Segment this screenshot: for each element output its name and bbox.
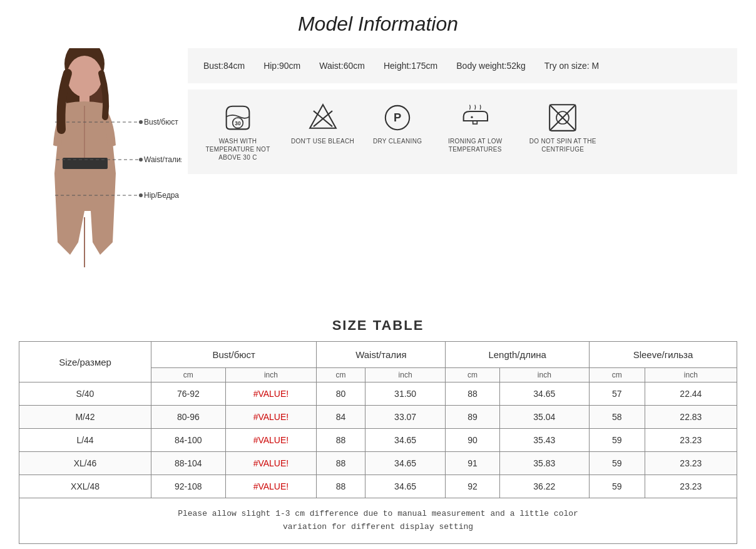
bust-cm-cell: 92-108: [151, 475, 226, 498]
wash-label: WASH WITH TEMPERATURE NOT ABOVE 30 C: [203, 137, 272, 162]
svg-text:Bust/бюст: Bust/бюст: [144, 118, 178, 126]
model-section: Bust/бюст Waist/талия Hip/Бедра Bust:84c…: [19, 48, 737, 299]
care-dry-clean: P DRY CLEANING: [373, 102, 422, 145]
svg-point-8: [139, 120, 143, 124]
length-cm-cell: 92: [446, 475, 499, 498]
stat-weight: Body weight:52kg: [456, 61, 526, 71]
sleeve-cm-cell: 58: [589, 406, 645, 429]
length-cm-cell: 90: [446, 429, 499, 452]
col-size: Size/размер: [19, 342, 151, 382]
stat-size: Try on size: M: [544, 61, 599, 71]
no-spin-label: DO NOT SPIN AT THE CENTRIFUGE: [528, 137, 597, 153]
bust-inch-cell: #VALUE!: [225, 406, 317, 429]
table-row: XL/46 88-104 #VALUE! 88 34.65 91 35.83 5…: [19, 452, 737, 475]
bust-cm-cell: 84-100: [151, 429, 226, 452]
size-table-section: SIZE TABLE Size/размер Bust/бюст Waist/т…: [19, 317, 737, 544]
size-table: Size/размер Bust/бюст Waist/талия Length…: [19, 341, 737, 498]
col-length: Length/длина: [446, 342, 590, 368]
footer-note: Please allow slight 1-3 cm difference du…: [19, 498, 737, 544]
sleeve-cm-header: cm: [589, 368, 645, 382]
sleeve-inch-cell: 23.23: [645, 475, 737, 498]
waist-cm-cell: 84: [317, 406, 365, 429]
length-cm-cell: 89: [446, 406, 499, 429]
svg-text:P: P: [394, 111, 401, 124]
wash-icon: 30: [222, 102, 253, 133]
dry-clean-icon: P: [382, 102, 413, 133]
size-cell: XL/46: [19, 452, 151, 475]
bust-inch-cell: #VALUE!: [225, 429, 317, 452]
length-inch-cell: 36.22: [499, 475, 589, 498]
size-cell: S/40: [19, 382, 151, 406]
model-stats: Bust:84cm Hip:90cm Waist:60cm Height:175…: [188, 48, 737, 83]
no-bleach-label: DON'T USE BLEACH: [291, 137, 354, 145]
length-inch-cell: 34.65: [499, 382, 589, 406]
page-wrapper: Model Information: [0, 0, 756, 549]
length-inch-cell: 35.43: [499, 429, 589, 452]
svg-text:Waist/талия: Waist/талия: [144, 155, 181, 164]
care-no-bleach: DON'T USE BLEACH: [291, 102, 354, 145]
stat-waist: Waist:60cm: [319, 61, 365, 71]
iron-low-icon: [459, 102, 491, 133]
col-waist: Waist/талия: [317, 342, 446, 368]
model-info-right: Bust:84cm Hip:90cm Waist:60cm Height:175…: [188, 48, 737, 299]
sleeve-cm-cell: 59: [589, 429, 645, 452]
care-symbols: 30 WASH WITH TEMPERATURE NOT ABOVE 30 C …: [188, 90, 737, 174]
sleeve-inch-cell: 22.83: [645, 406, 737, 429]
bust-cm-cell: 88-104: [151, 452, 226, 475]
bust-cm-cell: 80-96: [151, 406, 226, 429]
size-table-title: SIZE TABLE: [19, 317, 737, 334]
no-bleach-icon: [307, 102, 339, 133]
length-cm-cell: 88: [446, 382, 499, 406]
svg-point-12: [139, 193, 143, 197]
no-spin-icon: [547, 102, 578, 133]
waist-inch-cell: 34.65: [365, 452, 446, 475]
col-sleeve: Sleeve/гильза: [589, 342, 737, 368]
stat-bust: Bust:84cm: [203, 61, 245, 71]
waist-inch-cell: 34.65: [365, 429, 446, 452]
length-cm-header: cm: [446, 368, 499, 382]
care-no-spin: DO NOT SPIN AT THE CENTRIFUGE: [528, 102, 597, 153]
model-figure: Bust/бюст Waist/талия Hip/Бедра: [19, 48, 181, 305]
length-inch-cell: 35.04: [499, 406, 589, 429]
dry-clean-label: DRY CLEANING: [373, 137, 422, 145]
length-inch-header: inch: [499, 368, 589, 382]
length-cm-cell: 91: [446, 452, 499, 475]
page-title: Model Information: [19, 13, 737, 36]
waist-cm-cell: 88: [317, 475, 365, 498]
length-inch-cell: 35.83: [499, 452, 589, 475]
stat-hip: Hip:90cm: [263, 61, 300, 71]
sleeve-cm-cell: 59: [589, 452, 645, 475]
svg-text:30: 30: [235, 120, 241, 126]
svg-text:Hip/Бедра: Hip/Бедра: [144, 191, 179, 200]
model-image-area: Bust/бюст Waist/талия Hip/Бедра: [19, 48, 175, 299]
sleeve-inch-cell: 23.23: [645, 452, 737, 475]
bust-cm-cell: 76-92: [151, 382, 226, 406]
svg-rect-24: [473, 121, 478, 124]
svg-point-10: [139, 158, 143, 162]
size-cell: M/42: [19, 406, 151, 429]
svg-point-3: [67, 56, 102, 97]
bust-inch-header: inch: [225, 368, 317, 382]
iron-low-label: IRONING AT LOW TEMPERATURES: [441, 137, 509, 153]
waist-cm-cell: 88: [317, 452, 365, 475]
care-wash: 30 WASH WITH TEMPERATURE NOT ABOVE 30 C: [203, 102, 272, 162]
table-row: L/44 84-100 #VALUE! 88 34.65 90 35.43 59…: [19, 429, 737, 452]
waist-cm-cell: 88: [317, 429, 365, 452]
table-row: M/42 80-96 #VALUE! 84 33.07 89 35.04 58 …: [19, 406, 737, 429]
waist-inch-cell: 31.50: [365, 382, 446, 406]
size-cell: L/44: [19, 429, 151, 452]
table-row: XXL/48 92-108 #VALUE! 88 34.65 92 36.22 …: [19, 475, 737, 498]
table-row: S/40 76-92 #VALUE! 80 31.50 88 34.65 57 …: [19, 382, 737, 406]
col-bust: Bust/бюст: [151, 342, 317, 368]
bust-inch-cell: #VALUE!: [225, 452, 317, 475]
waist-inch-cell: 34.65: [365, 475, 446, 498]
waist-cm-cell: 80: [317, 382, 365, 406]
waist-cm-header: cm: [317, 368, 365, 382]
sleeve-inch-cell: 23.23: [645, 429, 737, 452]
sleeve-cm-cell: 57: [589, 382, 645, 406]
svg-marker-19: [310, 105, 336, 128]
size-cell: XXL/48: [19, 475, 151, 498]
waist-inch-header: inch: [365, 368, 446, 382]
sleeve-inch-cell: 22.44: [645, 382, 737, 406]
waist-inch-cell: 33.07: [365, 406, 446, 429]
